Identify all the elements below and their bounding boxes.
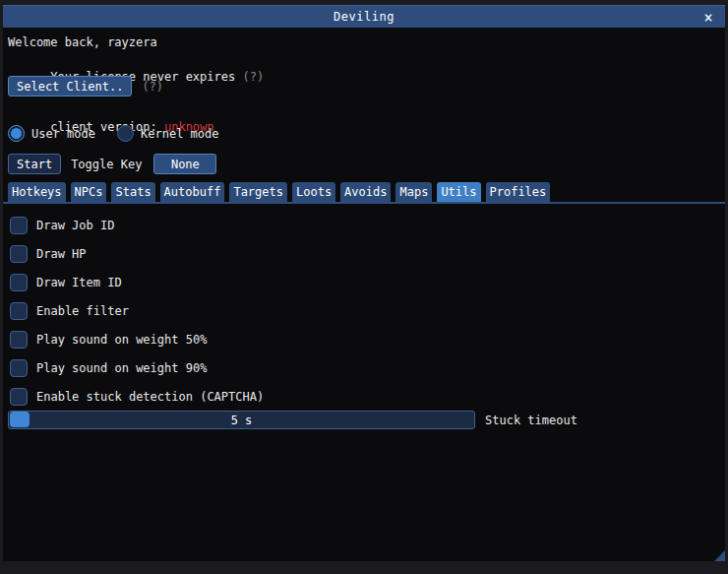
checkbox-row-play-sound-on-weight-90[interactable]: Play sound on weight 90% [8, 353, 264, 382]
checkbox-icon[interactable] [10, 302, 28, 320]
checkbox-list: Draw Job IDDraw HPDraw Item IDEnable fil… [8, 211, 264, 411]
titlebar[interactable]: Deviling × [3, 5, 725, 28]
checkbox-label: Enable filter [36, 304, 129, 318]
select-client-row: Select Client.. (?) [8, 76, 163, 96]
start-row: Start Toggle Key None [8, 154, 216, 174]
checkbox-icon[interactable] [10, 331, 28, 349]
stuck-timeout-label: Stuck timeout [485, 414, 577, 427]
checkbox-label: Draw Job ID [36, 219, 114, 232]
tab-autobuff[interactable]: Autobuff [160, 182, 225, 202]
select-client-help-icon[interactable]: (?) [142, 80, 163, 94]
tab-utils[interactable]: Utils [437, 182, 480, 202]
checkbox-label: Draw Item ID [36, 276, 122, 289]
tab-avoids[interactable]: Avoids [340, 182, 391, 202]
tab-targets[interactable]: Targets [229, 182, 287, 202]
radio-unselected-icon[interactable] [117, 125, 134, 142]
checkbox-icon[interactable] [10, 359, 28, 377]
window-title: Deviling [334, 10, 394, 24]
tab-profiles[interactable]: Profiles [486, 182, 551, 202]
checkbox-row-enable-stuck-detection-captcha[interactable]: Enable stuck detection (CAPTCHA) [8, 382, 264, 411]
license-help-icon[interactable]: (?) [242, 70, 264, 84]
radio-selected-icon[interactable] [8, 125, 25, 142]
tab-maps[interactable]: Maps [395, 182, 432, 202]
resize-grip-icon[interactable] [714, 550, 725, 561]
close-icon[interactable]: × [698, 6, 719, 29]
radio-label: User mode [31, 127, 95, 141]
toggle-key-label: Toggle Key [71, 158, 142, 171]
checkbox-label: Draw HP [36, 247, 87, 261]
checkbox-icon[interactable] [10, 274, 28, 291]
mode-radio-user-mode[interactable]: User mode [8, 125, 95, 142]
checkbox-label: Enable stuck detection (CAPTCHA) [36, 390, 264, 404]
checkbox-row-enable-filter[interactable]: Enable filter [8, 296, 264, 325]
tab-loots[interactable]: Loots [292, 182, 335, 202]
checkbox-row-draw-job-id[interactable]: Draw Job ID [8, 211, 264, 239]
welcome-message: Welcome back, rayzera [8, 35, 157, 49]
stuck-timeout-slider[interactable]: 5 s [8, 411, 475, 429]
checkbox-row-draw-item-id[interactable]: Draw Item ID [8, 268, 264, 296]
checkbox-label: Play sound on weight 90% [36, 361, 207, 375]
mode-radio-kernel-mode[interactable]: Kernel mode [117, 125, 218, 142]
checkbox-label: Play sound on weight 50% [36, 333, 207, 347]
window-frame: Deviling × Welcome back, rayzera Your li… [0, 0, 728, 574]
select-client-button[interactable]: Select Client.. [8, 76, 132, 96]
tab-hotkeys[interactable]: Hotkeys [8, 182, 66, 202]
radio-label: Kernel mode [141, 127, 218, 141]
slider-handle[interactable] [10, 412, 30, 427]
tab-bar: HotkeysNPCsStatsAutobuffTargetsLootsAvoi… [8, 182, 550, 202]
tab-stats[interactable]: Stats [111, 182, 154, 202]
radio-dot [11, 128, 22, 139]
start-button[interactable]: Start [8, 154, 61, 174]
slider-value: 5 s [231, 414, 253, 427]
checkbox-icon[interactable] [10, 217, 28, 234]
main-content: Welcome back, rayzera Your license never… [3, 28, 725, 561]
checkbox-icon[interactable] [10, 388, 28, 406]
checkbox-row-play-sound-on-weight-50[interactable]: Play sound on weight 50% [8, 325, 264, 353]
tab-underline [3, 202, 725, 204]
toggle-key-button[interactable]: None [153, 154, 216, 174]
tab-npcs[interactable]: NPCs [71, 182, 107, 202]
checkbox-row-draw-hp[interactable]: Draw HP [8, 239, 264, 268]
mode-radio-group: User modeKernel mode [8, 125, 219, 142]
checkbox-icon[interactable] [10, 245, 28, 263]
